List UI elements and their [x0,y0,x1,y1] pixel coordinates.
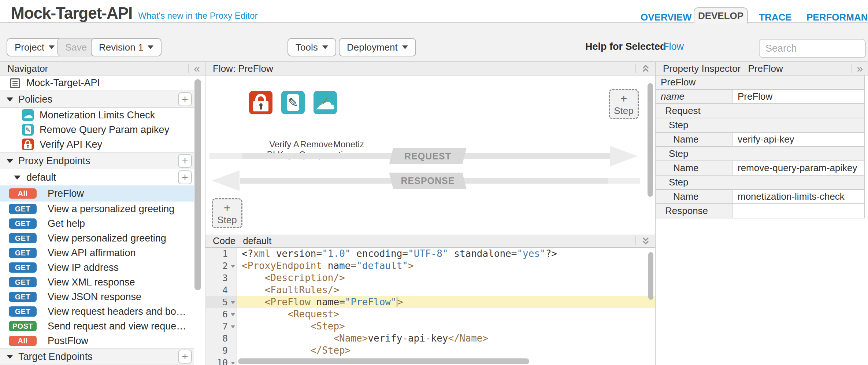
fold-arrow-icon[interactable] [231,265,235,268]
code-gutter: 12345678910 [206,248,237,365]
code-line[interactable]: <Description/> [237,272,655,284]
code-line[interactable]: <Step> [237,320,655,332]
tab-trace[interactable]: TRACE [759,12,792,23]
method-badge-all: All [9,188,37,199]
add-policy-button[interactable]: + [178,92,192,106]
inspector-value-response[interactable] [732,204,864,218]
tab-performance[interactable]: PERFORMANCE [806,12,868,23]
code-vertical-scrollbar[interactable] [648,252,653,300]
plus-icon: + [620,93,627,104]
search-input[interactable] [759,39,866,58]
method-badge-get: GET [9,218,37,229]
request-flow-band: REQUEST [389,148,467,164]
flow-item[interactable]: GET View IP address [0,260,194,275]
method-badge-all: All [9,336,37,346]
flow-item[interactable]: GET Get help [0,216,194,231]
line-number: 9 [206,344,237,357]
code-header: Code default [205,235,655,248]
section-target-endpoints[interactable]: Target Endpoints + [0,348,194,365]
tab-overview[interactable]: OVERVIEW [641,12,692,23]
code-line[interactable]: <ProxyEndpoint name="default"> [237,260,655,272]
inspector-label: Step [656,118,689,132]
inspector-field-row: Name verify-api-key [656,133,865,147]
code-line[interactable]: <PreFlow name="PreFlow"> [237,296,655,308]
inspector-value-name[interactable]: PreFlow [732,90,864,103]
flow-item[interactable]: GET View request headers and bo… [0,304,194,319]
tree-item-label: Mock-Target-API [26,77,100,89]
code-line[interactable]: <?xml version="1.0" encoding="UTF-8" sta… [237,248,655,260]
code-line[interactable]: <Name>verify-api-key</Name> [237,332,655,344]
tree-item-api-proxy[interactable]: Mock-Target-API [0,75,194,91]
flow-item[interactable]: GET View JSON response [0,290,194,304]
expand-panel-icon[interactable]: » [857,63,863,74]
add-proxy-endpoint-button[interactable]: + [178,154,192,168]
response-label: RESPONSE [391,173,464,189]
endpoint-group-default[interactable]: default + [0,169,194,185]
flow-title: Flow: PreFlow [213,63,273,74]
add-flow-button[interactable]: + [178,170,192,184]
pencil-icon [22,124,34,136]
fold-arrow-icon[interactable] [231,301,235,304]
response-arrow-stub [608,178,640,184]
flow-item[interactable]: POST Send request and view reque… [0,319,194,333]
fold-arrow-icon[interactable] [231,362,235,365]
add-step-button-response[interactable]: + Step [212,198,242,228]
flow-item-postflow[interactable]: All PostFlow [0,333,194,348]
flow-policy-verify-api-key[interactable]: Verify A PI Key… [249,91,272,116]
policy-item-remove-query-param-apikey[interactable]: Remove Query Param apikey [0,122,194,137]
navigator-scrollbar[interactable] [194,79,201,290]
section-policies[interactable]: Policies + [0,91,194,108]
policy-item-verify-api-key[interactable]: Verify API Key [0,137,194,152]
whats-new-link[interactable]: What's new in the Proxy Editor [138,11,257,20]
flow-label: View request headers and bo… [48,306,186,317]
flow-item[interactable]: GET View personalized greeting [0,231,194,246]
code-horizontal-scrollbar[interactable] [238,358,529,364]
flow-item[interactable]: GET View XML response [0,275,194,290]
flow-item[interactable]: GET View API affirmation [0,246,194,260]
project-menu-button[interactable]: Project [7,38,63,56]
code-line[interactable]: <FaultRules/> [237,284,655,296]
property-inspector-header: Property Inspector PreFlow » [656,62,868,75]
request-arrow-stub [209,153,242,159]
inspector-group-row: Step [656,118,865,133]
line-number: 2 [206,260,237,272]
policy-item-monetization-limits-check[interactable]: Monetization Limits Check [0,108,194,122]
inspector-value-step-name[interactable]: verify-api-key [732,133,864,146]
flow-item[interactable]: GET View a personalized greeting [0,202,194,216]
collapse-up-icon[interactable] [641,64,650,73]
save-button[interactable]: Save [57,38,95,56]
collapse-down-icon[interactable] [641,236,650,246]
revision-menu-button[interactable]: Revision 1 [91,38,162,56]
tab-develop[interactable]: DEVELOP [694,7,748,23]
flow-policy-remove-query-param[interactable]: Remove Query … [281,91,305,116]
inspector-field-row: Name monetization-limits-check [656,190,865,204]
chevron-down-icon [148,45,153,49]
flow-policy-monetization[interactable]: Monetiz ation … [314,91,337,116]
property-inspector-title: Property Inspector [663,63,741,74]
section-label: Proxy Endpoints [18,155,90,167]
fold-arrow-icon[interactable] [231,313,235,316]
collapse-panel-icon[interactable]: « [194,63,200,74]
fold-arrow-icon[interactable] [231,325,235,328]
navigator-tree: Mock-Target-API Policies + Monetization … [0,75,194,365]
flow-scrollbar[interactable] [648,83,653,197]
section-proxy-endpoints[interactable]: Proxy Endpoints + [0,152,194,169]
tools-menu-button[interactable]: Tools [288,38,336,56]
divider [635,236,636,245]
code-line[interactable]: </Step> [237,344,655,357]
caret-down-icon [7,355,13,359]
step-label: Step [217,215,237,225]
code-lines[interactable]: <?xml version="1.0" encoding="UTF-8" sta… [237,248,655,365]
inspector-label: Name [656,190,732,203]
inspector-value-step-name[interactable]: remove-query-param-apikey [732,161,864,175]
code-line[interactable]: <Request> [237,308,655,320]
inspector-value-step-name[interactable]: monetization-limits-check [732,190,864,203]
flow-item-preflow[interactable]: All PreFlow [0,185,194,202]
deployment-menu-button[interactable]: Deployment [339,38,416,56]
method-badge-get: GET [9,248,37,258]
add-step-button-request[interactable]: + Step [609,89,639,119]
add-target-endpoint-button[interactable]: + [178,350,192,364]
property-inspector: PreFlow name PreFlow Request Step Name v… [656,75,868,365]
help-flow-link[interactable]: Flow [663,41,684,52]
inspector-label: Response [656,204,732,218]
